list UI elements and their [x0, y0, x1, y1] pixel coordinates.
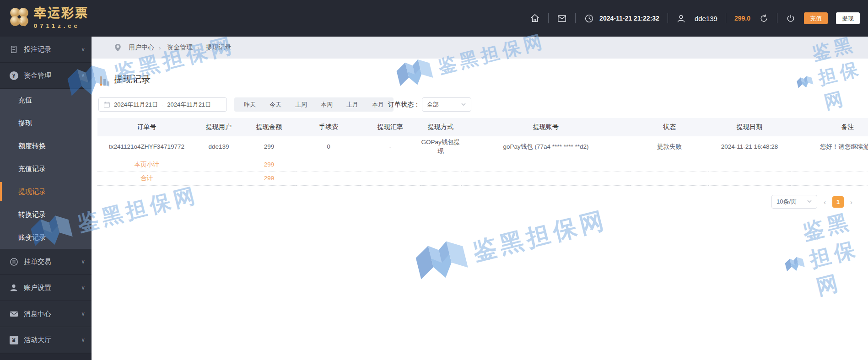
sidebar-footer	[0, 353, 92, 360]
sidebar-item-message-center[interactable]: 消息中心 ∨	[0, 301, 92, 327]
chevron-up-icon: ∧	[81, 72, 85, 79]
sidebar-item-activity-hall[interactable]: ¥ 活动大厅 ∨	[0, 327, 92, 353]
quick-this-month[interactable]: 本月	[365, 97, 391, 112]
bar-chart-icon	[100, 76, 109, 86]
col-status: 状态	[631, 118, 708, 136]
refresh-balance-icon[interactable]	[759, 13, 769, 23]
table-row: tx241121o4ZHYF34719772 dde139 299 0 - GO…	[97, 136, 868, 158]
total-label: 合计	[97, 172, 196, 185]
col-user: 提现用户	[196, 118, 242, 136]
breadcrumb-separator: ›	[159, 44, 161, 51]
sidebar-item-account-settings[interactable]: 账户设置 ∨	[0, 275, 92, 301]
cell-user: dde139	[196, 136, 242, 158]
quick-yesterday[interactable]: 昨天	[237, 97, 263, 112]
brand-name: 幸运彩票	[34, 5, 89, 21]
date-range-picker[interactable]: 2024年11月21日 - 2024年11月21日	[98, 97, 227, 112]
sidebar-item-withdraw-records[interactable]: 提现记录	[0, 180, 92, 203]
site-logo[interactable]: 幸运彩票 0711z.cc	[7, 5, 89, 29]
sidebar-item-withdraw[interactable]: 提现	[0, 112, 92, 134]
chevron-down-icon: ∨	[81, 337, 85, 343]
user-icon	[9, 283, 18, 292]
message-icon[interactable]	[557, 13, 567, 23]
clock-icon	[584, 13, 594, 23]
date-end: 2024年11月21日	[167, 101, 211, 109]
cell-account: goPay钱包 (77a4 **** **** **d2)	[461, 136, 631, 158]
sidebar-item-quota-transfer[interactable]: 额度转换	[0, 134, 92, 157]
chevron-down-icon	[461, 101, 466, 109]
chevron-down-icon: ∨	[81, 285, 85, 291]
col-method: 提现方式	[420, 118, 461, 136]
total-row: 合计 299	[97, 172, 868, 185]
username: dde139	[695, 15, 717, 22]
home-icon[interactable]	[530, 13, 540, 23]
pagination: 10条/页 ‹ 1 ›	[771, 195, 852, 209]
col-remark: 备注	[791, 118, 868, 136]
recharge-button[interactable]: 充值	[804, 12, 828, 24]
breadcrumb-withdraw-records: 提现记录	[206, 43, 232, 52]
cell-fee: 0	[297, 136, 361, 158]
quick-today[interactable]: 今天	[263, 97, 288, 112]
chevron-down-icon: ∨	[81, 46, 85, 53]
breadcrumb-funds[interactable]: 资金管理	[167, 43, 193, 52]
breadcrumb-user-center[interactable]: 用户中心	[129, 43, 154, 52]
coins-icon	[9, 257, 18, 266]
main-content: 提现记录 2024年11月21日 - 2024年11月21日 昨天 今天 上周 …	[92, 59, 868, 360]
cell-amount: 299	[242, 136, 297, 158]
mail-icon	[9, 309, 18, 318]
order-status-select[interactable]: 全部	[422, 97, 471, 112]
order-status-label: 订单状态：	[388, 101, 420, 109]
chevron-down-icon: ∨	[81, 258, 85, 265]
divider	[548, 13, 549, 23]
col-date: 提现日期	[708, 118, 791, 136]
withdraw-records-table: 订单号 提现用户 提现金额 手续费 提现汇率 提现方式 提现账号 状态 提现日期…	[97, 118, 868, 186]
cell-status: 提款失败	[631, 136, 708, 158]
withdraw-button[interactable]: 提现	[836, 12, 860, 24]
total-value: 299	[242, 172, 297, 185]
breadcrumb: 用户中心 › 资金管理 › 提现记录	[92, 37, 868, 59]
cell-date: 2024-11-21 16:48:28	[708, 136, 791, 158]
chevron-down-icon	[807, 198, 812, 206]
balance-amount: 299.0	[734, 15, 750, 22]
col-order-id: 订单号	[97, 118, 196, 136]
calendar-icon	[103, 101, 110, 108]
col-rate: 提现汇率	[361, 118, 420, 136]
subtotal-value: 299	[242, 158, 297, 172]
page-title: 提现记录	[114, 73, 151, 86]
subtotal-row: 本页小计 299	[97, 158, 868, 172]
activity-icon: ¥	[9, 335, 18, 344]
sidebar-item-transfer-records[interactable]: 转换记录	[0, 203, 92, 226]
col-fee: 手续费	[297, 118, 361, 136]
cell-remark: 您好！请您继续游戏	[791, 136, 868, 158]
sidebar-item-recharge-records[interactable]: 充值记录	[0, 157, 92, 180]
chevron-down-icon: ∨	[81, 311, 85, 317]
sidebar-item-funds[interactable]: ¥ 资金管理 ∧	[0, 63, 92, 89]
funds-submenu: 充值 提现 额度转换 充值记录 提现记录 转换记录 账变记录	[0, 89, 92, 249]
sidebar-item-account-change-records[interactable]: 账变记录	[0, 226, 92, 249]
location-pin-icon	[114, 43, 121, 52]
col-amount: 提现金额	[242, 118, 297, 136]
logout-icon[interactable]	[786, 13, 796, 23]
clover-icon	[7, 5, 31, 29]
brand-domain: 0711z.cc	[34, 22, 89, 29]
sidebar-item-recharge[interactable]: 充值	[0, 89, 92, 112]
divider	[575, 13, 576, 23]
col-account: 提现账号	[461, 118, 631, 136]
quick-this-week[interactable]: 本周	[314, 97, 340, 112]
divider	[726, 13, 726, 23]
subtotal-label: 本页小计	[97, 158, 196, 172]
page-number-1[interactable]: 1	[832, 196, 844, 208]
quick-date-buttons: 昨天 今天 上周 本周 上月 本月	[234, 97, 394, 112]
sidebar-item-bet-records[interactable]: 投注记录 ∨	[0, 37, 92, 63]
sidebar-nav: 投注记录 ∨ ¥ 资金管理 ∧ 充值 提现 额度转换 充值记录 提现记录 转换记…	[0, 37, 92, 360]
table-header-row: 订单号 提现用户 提现金额 手续费 提现汇率 提现方式 提现账号 状态 提现日期…	[97, 118, 868, 136]
bet-record-icon	[9, 45, 18, 54]
quick-last-week[interactable]: 上周	[288, 97, 314, 112]
next-page-icon[interactable]: ›	[850, 198, 852, 206]
page-size-select[interactable]: 10条/页	[771, 195, 817, 209]
user-icon	[676, 13, 686, 23]
sidebar-item-pending-orders[interactable]: 挂单交易 ∨	[0, 249, 92, 275]
quick-last-month[interactable]: 上月	[340, 97, 365, 112]
prev-page-icon[interactable]: ‹	[824, 198, 826, 206]
cell-method: GOPay钱包提现	[420, 136, 461, 158]
cell-rate: -	[361, 136, 420, 158]
